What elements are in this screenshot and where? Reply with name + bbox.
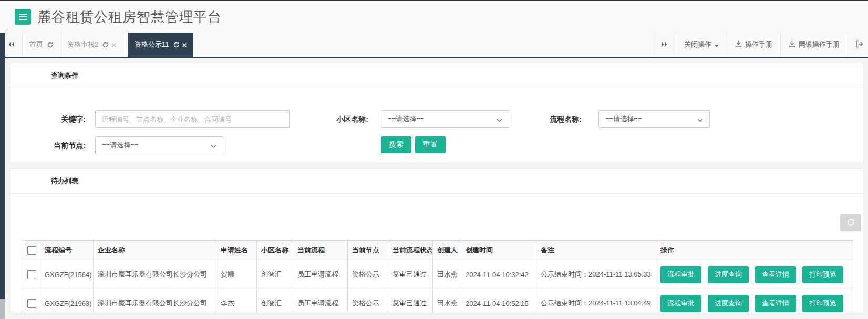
select-all-cell — [23, 241, 40, 260]
todo-table: 流程编号企业名称申请姓名小区名称当前流程当前节点当前流程状态创建人创建时间备注操… — [23, 240, 853, 313]
row-action-button-2[interactable]: 查看详情 — [755, 266, 796, 283]
row-action-button-0[interactable]: 流程审批 — [660, 266, 701, 283]
operation-manual-link[interactable]: 操作手册 — [727, 33, 780, 57]
todo-panel: 待办列表 流程编号企业名称申请姓名小区名称当前流程当前节点当前流程状态创建人创建… — [9, 168, 864, 313]
row-checkbox[interactable] — [27, 299, 36, 308]
process-name-select[interactable]: ==请选择== — [598, 110, 710, 128]
cell-code: GXGZF(21963) — [40, 289, 94, 314]
download-icon — [789, 40, 795, 49]
cell-node: 资格公示 — [348, 260, 388, 289]
keyword-input[interactable] — [95, 110, 290, 128]
cell-remark: 公示结束时间：2024-11-11 13:05:33 — [536, 260, 656, 289]
column-header: 小区名称 — [257, 241, 293, 260]
double-chevron-left-icon — [8, 40, 15, 49]
cell-actions: 流程审批进度查询查看详情打印预览 — [656, 289, 853, 314]
cell-code: GXGZF(21564) — [40, 260, 94, 289]
todo-table-wrapper: 流程编号企业名称申请姓名小区名称当前流程当前节点当前流程状态创建人创建时间备注操… — [10, 240, 863, 313]
keyword-label: 关键字: — [10, 110, 86, 128]
cell-created: 2024-11-04 10:32:42 — [461, 260, 536, 289]
sidebar-scrollbar-thumb[interactable] — [0, 299, 5, 319]
row-select-cell — [23, 260, 40, 289]
column-header: 申请姓名 — [216, 241, 257, 260]
cell-actions: 流程审批进度查询查看详情打印预览 — [656, 260, 853, 289]
refresh-list-button[interactable] — [840, 214, 861, 231]
refresh-icon[interactable] — [102, 42, 108, 48]
cell-remark: 公示结束时间：2024-11-11 13:04:49 — [536, 289, 656, 314]
row-action-button-2[interactable]: 查看详情 — [755, 295, 796, 312]
cell-community: 创智汇 — [257, 260, 293, 289]
main-content: 查询条件 关键字: 小区名称: ==请选择== 流程名称: ==请选择== 当前… — [5, 58, 868, 314]
tab-label: 资格审核2 — [67, 40, 98, 49]
download-icon — [735, 40, 742, 49]
tab-item-1[interactable]: 资格审核2× — [60, 33, 123, 57]
cell-creator: 田水燕 — [433, 289, 461, 314]
row-action-button-3[interactable]: 打印预览 — [802, 295, 843, 312]
row-action-button-1[interactable]: 进度查询 — [708, 295, 749, 312]
column-header: 创建人 — [433, 241, 461, 260]
scroll-tabs-right-button[interactable] — [653, 33, 676, 57]
chevron-down-icon — [211, 142, 216, 150]
chevron-down-icon — [697, 115, 703, 123]
current-node-label: 当前节点: — [10, 136, 86, 154]
tab-item-2[interactable]: 资格公示11× — [128, 33, 193, 57]
query-panel-title: 查询条件 — [10, 63, 863, 88]
caret-down-icon — [715, 41, 719, 49]
close-operations-label: 关闭操作 — [684, 40, 711, 49]
menu-toggle-button[interactable] — [15, 9, 31, 25]
reset-button[interactable]: 重置 — [415, 136, 446, 153]
search-button[interactable]: 搜索 — [381, 136, 411, 153]
select-value: ==请选择== — [605, 114, 642, 124]
sign-out-button[interactable] — [848, 33, 868, 57]
app-title: 麓谷租赁公租房智慧管理平台 — [37, 8, 222, 26]
close-icon[interactable]: × — [182, 41, 187, 49]
select-value: ==请选择== — [388, 114, 424, 124]
double-chevron-right-icon — [661, 41, 668, 49]
column-header: 企业名称 — [94, 241, 216, 260]
row-action-button-0[interactable]: 流程审批 — [660, 295, 701, 312]
column-header: 操作 — [656, 241, 853, 260]
query-form: 关键字: 小区名称: ==请选择== 流程名称: ==请选择== 当前节点: =… — [10, 88, 863, 163]
open-tabs: 首页资格审核2×资格公示11× — [22, 33, 193, 57]
cell-community: 创智汇 — [257, 289, 293, 314]
tab-bar: 首页资格审核2×资格公示11× 关闭操作 操作手册 网银操作手册 — [0, 33, 868, 58]
collapsed-sidebar[interactable] — [0, 33, 5, 319]
table-row: GXGZF(21564)深圳市魔耳乐器有限公司长沙分公司贺顺创智汇员工申请流程资… — [23, 260, 853, 289]
row-checkbox[interactable] — [27, 270, 36, 279]
cell-node: 资格公示 — [348, 289, 388, 314]
row-action-button-1[interactable]: 进度查询 — [708, 266, 749, 283]
refresh-icon[interactable] — [173, 42, 179, 48]
cell-status: 复审已通过 — [388, 260, 433, 289]
community-name-select[interactable]: ==请选择== — [381, 110, 509, 128]
hamburger-icon — [18, 14, 27, 20]
current-node-select[interactable]: ==请选择== — [95, 136, 223, 154]
chevron-down-icon — [497, 115, 502, 123]
select-all-checkbox[interactable] — [27, 246, 36, 255]
operation-manual-label: 操作手册 — [745, 40, 772, 49]
close-icon[interactable]: × — [111, 41, 116, 49]
query-panel: 查询条件 关键字: 小区名称: ==请选择== 流程名称: ==请选择== 当前… — [9, 63, 864, 163]
column-header: 备注 — [536, 241, 656, 260]
todo-panel-title: 待办列表 — [10, 169, 863, 194]
bank-manual-label: 网银操作手册 — [799, 40, 840, 49]
refresh-icon[interactable] — [47, 42, 53, 48]
column-header: 当前流程 — [293, 241, 348, 260]
cell-applicant: 李杰 — [216, 289, 257, 314]
cell-applicant: 贺顺 — [216, 260, 257, 289]
cell-process: 员工申请流程 — [293, 260, 348, 289]
refresh-icon — [847, 218, 855, 228]
community-name-label: 小区名称: — [283, 110, 368, 128]
cell-created: 2024-11-04 10:52:15 — [461, 289, 536, 314]
table-header-row: 流程编号企业名称申请姓名小区名称当前流程当前节点当前流程状态创建人创建时间备注操… — [23, 241, 853, 260]
bank-manual-link[interactable]: 网银操作手册 — [780, 33, 848, 57]
row-action-button-3[interactable]: 打印预览 — [802, 266, 843, 283]
row-select-cell — [23, 289, 40, 314]
column-header: 流程编号 — [40, 241, 94, 260]
close-operations-dropdown[interactable]: 关闭操作 — [676, 33, 727, 57]
cell-status: 复审已通过 — [388, 289, 433, 314]
column-header: 当前节点 — [348, 241, 388, 260]
tab-item-0[interactable]: 首页 — [22, 33, 60, 57]
table-row: GXGZF(21963)深圳市魔耳乐器有限公司长沙分公司李杰创智汇员工申请流程资… — [23, 289, 853, 314]
cell-process: 员工申请流程 — [293, 289, 348, 314]
cell-creator: 田水燕 — [433, 260, 461, 289]
tabbar-actions: 关闭操作 操作手册 网银操作手册 — [653, 33, 868, 57]
